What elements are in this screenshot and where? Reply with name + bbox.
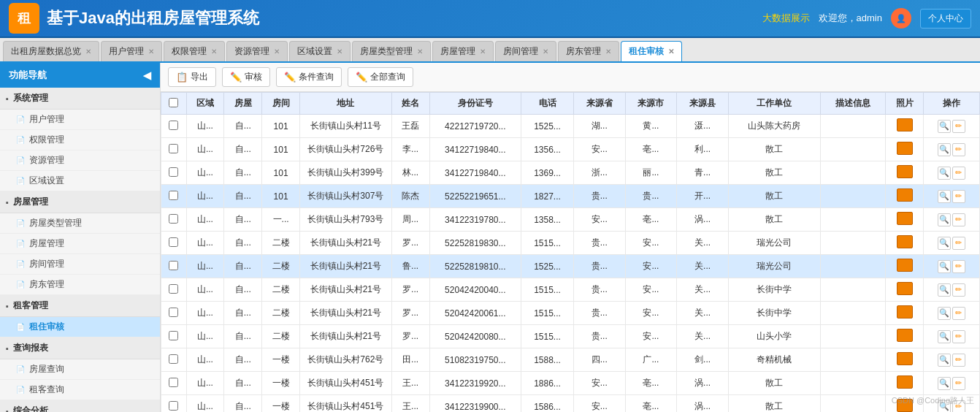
view-btn-1[interactable]: 🔍 (938, 143, 951, 156)
cell-6-14[interactable]: 🔍✏ (923, 255, 979, 278)
sidebar-group-title-2[interactable]: ▪租客管理 (0, 295, 160, 317)
view-btn-11[interactable]: 🔍 (938, 377, 951, 390)
cell-5-14[interactable]: 🔍✏ (923, 232, 979, 255)
user-center-button[interactable]: 个人中心 (920, 9, 971, 28)
edit-btn-2[interactable]: ✏ (952, 167, 965, 180)
row-checkbox-2[interactable] (169, 167, 178, 177)
edit-btn-7[interactable]: ✏ (952, 283, 965, 297)
sidebar-item-资源管理[interactable]: 📄资源管理 (0, 150, 160, 171)
photo-8[interactable] (897, 305, 913, 318)
photo-11[interactable] (897, 375, 913, 389)
cell-0-0[interactable] (161, 115, 187, 138)
cell-2-0[interactable] (161, 161, 187, 185)
sidebar-item-租客查询[interactable]: 📄租客查询 (0, 380, 160, 400)
photo-10[interactable] (897, 352, 913, 365)
tab-close-4[interactable]: ✕ (337, 47, 342, 56)
cell-9-0[interactable] (161, 325, 187, 348)
sidebar-group-title-0[interactable]: ▪系统管理 (0, 88, 160, 110)
edit-btn-5[interactable]: ✏ (952, 237, 965, 250)
view-btn-4[interactable]: 🔍 (938, 213, 951, 226)
cell-8-0[interactable] (161, 302, 187, 325)
cell-1-0[interactable] (161, 138, 187, 161)
view-btn-6[interactable]: 🔍 (938, 260, 951, 273)
cell-0-14[interactable]: 🔍✏ (923, 115, 979, 138)
sidebar-item-用户管理[interactable]: 📄用户管理 (0, 110, 160, 130)
row-checkbox-10[interactable] (169, 354, 178, 364)
cell-9-13[interactable] (886, 325, 924, 348)
view-btn-2[interactable]: 🔍 (938, 167, 951, 180)
cell-10-0[interactable] (161, 348, 187, 372)
cell-5-13[interactable] (886, 232, 924, 255)
row-checkbox-4[interactable] (169, 214, 178, 224)
sidebar-group-title-4[interactable]: ▪综合分析 (0, 400, 160, 412)
sidebar-item-房间管理[interactable]: 📄房间管理 (0, 254, 160, 275)
row-checkbox-0[interactable] (169, 121, 178, 130)
edit-btn-10[interactable]: ✏ (952, 354, 965, 367)
photo-0[interactable] (897, 118, 913, 131)
view-btn-10[interactable]: 🔍 (938, 354, 951, 367)
tab-close-1[interactable]: ✕ (148, 47, 154, 56)
row-checkbox-3[interactable] (169, 191, 178, 200)
cell-2-14[interactable]: 🔍✏ (923, 161, 979, 185)
cell-10-14[interactable]: 🔍✏ (923, 348, 979, 372)
cell-3-13[interactable] (886, 185, 924, 208)
photo-2[interactable] (897, 165, 913, 178)
cell-4-14[interactable]: 🔍✏ (923, 208, 979, 232)
sidebar-item-租住审核[interactable]: 📄租住审核 (0, 317, 160, 337)
tab-close-7[interactable]: ✕ (543, 47, 548, 56)
row-checkbox-9[interactable] (169, 331, 178, 340)
tab-close-8[interactable]: ✕ (605, 47, 611, 56)
cell-4-0[interactable] (161, 208, 187, 232)
edit-btn-9[interactable]: ✏ (952, 330, 965, 343)
cell-8-13[interactable] (886, 302, 924, 325)
tab-close-2[interactable]: ✕ (211, 47, 217, 56)
audit-button[interactable]: ✏️ 审核 (222, 67, 270, 87)
sidebar-group-title-1[interactable]: ▪房屋管理 (0, 191, 160, 213)
select-all-checkbox[interactable] (169, 98, 178, 107)
row-checkbox-5[interactable] (169, 237, 178, 247)
cell-2-13[interactable] (886, 161, 924, 185)
cell-1-14[interactable]: 🔍✏ (923, 138, 979, 161)
sidebar-item-房屋类型管理[interactable]: 📄房屋类型管理 (0, 213, 160, 234)
cell-6-0[interactable] (161, 255, 187, 278)
view-btn-9[interactable]: 🔍 (938, 330, 951, 343)
tab-7[interactable]: 房间管理✕ (495, 41, 556, 61)
cell-5-0[interactable] (161, 232, 187, 255)
edit-btn-11[interactable]: ✏ (952, 377, 965, 390)
cell-7-0[interactable] (161, 278, 187, 302)
edit-btn-0[interactable]: ✏ (952, 120, 965, 133)
photo-5[interactable] (897, 235, 913, 248)
edit-btn-8[interactable]: ✏ (952, 307, 965, 320)
tab-close-5[interactable]: ✕ (417, 47, 423, 56)
tab-close-3[interactable]: ✕ (274, 47, 280, 56)
edit-btn-3[interactable]: ✏ (952, 190, 965, 203)
tab-close-0[interactable]: ✕ (85, 47, 91, 56)
tab-6[interactable]: 房屋管理✕ (432, 41, 494, 61)
cell-8-14[interactable]: 🔍✏ (923, 302, 979, 325)
big-data-link[interactable]: 大数据展示 (762, 12, 810, 25)
photo-1[interactable] (897, 142, 913, 155)
row-checkbox-6[interactable] (169, 261, 178, 270)
cell-1-13[interactable] (886, 138, 924, 161)
sidebar-item-权限管理[interactable]: 📄权限管理 (0, 130, 160, 150)
view-btn-7[interactable]: 🔍 (938, 283, 951, 297)
tab-5[interactable]: 房屋类型管理✕ (352, 41, 431, 61)
photo-6[interactable] (897, 259, 913, 272)
row-checkbox-8[interactable] (169, 308, 178, 317)
cell-9-14[interactable]: 🔍✏ (923, 325, 979, 348)
photo-4[interactable] (897, 212, 913, 225)
tab-close-9[interactable]: ✕ (668, 47, 674, 56)
view-btn-3[interactable]: 🔍 (938, 190, 951, 203)
photo-7[interactable] (897, 282, 913, 295)
tab-0[interactable]: 出租房屋数据总览✕ (3, 41, 99, 61)
sidebar-item-房屋查询[interactable]: 📄房屋查询 (0, 359, 160, 380)
view-btn-8[interactable]: 🔍 (938, 307, 951, 320)
tab-2[interactable]: 权限管理✕ (164, 41, 225, 61)
photo-3[interactable] (897, 188, 913, 202)
sidebar-group-title-3[interactable]: ▪查询报表 (0, 337, 160, 359)
sidebar-toggle-icon[interactable]: ◀ (143, 69, 151, 81)
tab-close-6[interactable]: ✕ (480, 47, 486, 56)
tab-3[interactable]: 资源管理✕ (226, 41, 288, 61)
tab-4[interactable]: 区域设置✕ (289, 41, 351, 61)
view-btn-0[interactable]: 🔍 (938, 120, 951, 133)
